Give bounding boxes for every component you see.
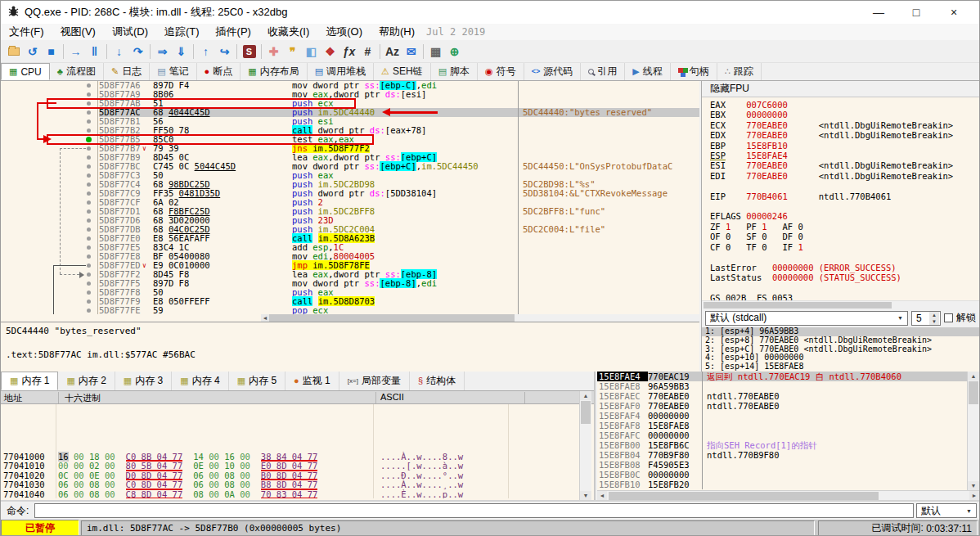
register-row[interactable] bbox=[710, 181, 979, 191]
row-dot[interactable] bbox=[87, 173, 91, 178]
tab-cpu[interactable]: ▦CPU bbox=[1, 63, 50, 80]
stack-row[interactable]: 15E8FB0C00000000 bbox=[597, 470, 968, 480]
stack-row[interactable]: 15E8FAE896A59BB3 bbox=[597, 381, 968, 391]
row-dot[interactable] bbox=[87, 245, 91, 250]
scroll-down-button[interactable]: ▼ bbox=[968, 481, 979, 490]
register-row[interactable]: ECX 770EABE0 <ntdll.DbgUiRemoteBreakin> bbox=[710, 120, 979, 130]
dump-row[interactable]: 7704101000 00 02 0080 5B 04 770E 00 10 0… bbox=[1, 462, 578, 471]
tab-call-stack[interactable]: ▤调用堆栈 bbox=[308, 63, 374, 80]
dump-row[interactable]: 7704104006 00 08 00C8 8D 04 7708 00 0A 0… bbox=[1, 490, 578, 499]
open-file-button[interactable] bbox=[4, 43, 23, 61]
step-into-button[interactable]: ↓ bbox=[110, 43, 128, 61]
notify-button[interactable]: ✉ bbox=[402, 43, 420, 61]
step-down-button[interactable]: ⇓ bbox=[172, 43, 191, 61]
row-dot[interactable] bbox=[87, 92, 91, 97]
register-row[interactable] bbox=[710, 282, 979, 292]
scrollbar-thumb[interactable] bbox=[704, 302, 892, 309]
registers-scrollbar[interactable] bbox=[702, 300, 979, 309]
row-dot[interactable] bbox=[87, 110, 91, 115]
tab-handles[interactable]: 句柄 bbox=[671, 63, 717, 80]
hash-button[interactable]: # bbox=[358, 43, 377, 61]
calculator-button[interactable]: ▦ bbox=[426, 43, 445, 61]
tab-log[interactable]: ✎日志 bbox=[104, 63, 150, 80]
disassembly-view[interactable]: 5D8F77A6897D F4mov dword ptr ss:[ebp-C],… bbox=[1, 81, 699, 314]
scroll-left-button[interactable]: ◄ bbox=[597, 491, 607, 500]
calling-convention-select[interactable]: 默认 (stdcall) ▼ bbox=[705, 311, 908, 326]
argument-row[interactable]: 2: [esp+8] 770EABE0 <ntdll.DbgUiRemoteBr… bbox=[702, 336, 979, 345]
argument-row[interactable]: 5: [esp+14] 15E8FAE8 bbox=[702, 363, 979, 372]
menu-文件F[interactable]: 文件(F) bbox=[1, 25, 52, 39]
tab-graph[interactable]: ♣流程图 bbox=[50, 63, 104, 80]
register-row[interactable]: EAX 007C6000 bbox=[710, 100, 979, 110]
globe-button[interactable]: ⊕ bbox=[445, 43, 464, 61]
tab-threads[interactable]: ▶线程 bbox=[625, 63, 670, 80]
row-dot[interactable] bbox=[87, 164, 91, 169]
spinner-buttons[interactable]: ▲▼ bbox=[929, 312, 939, 325]
tab-notes[interactable]: ▤笔记 bbox=[150, 63, 196, 80]
row-dot[interactable] bbox=[87, 254, 91, 259]
row-dot[interactable] bbox=[87, 83, 91, 88]
register-row[interactable]: EDI 770EABE0 <ntdll.DbgUiRemoteBreakin> bbox=[710, 171, 979, 181]
scroll-right-button[interactable]: ► bbox=[969, 491, 979, 500]
row-dot[interactable] bbox=[87, 191, 91, 196]
register-row[interactable] bbox=[710, 252, 979, 262]
close-button[interactable]: × bbox=[935, 2, 973, 23]
register-row[interactable]: LastError 00000000 (ERROR_SUCCESS) bbox=[710, 263, 979, 273]
register-row[interactable]: GS 002B FS 0053 bbox=[710, 293, 979, 300]
register-row[interactable] bbox=[710, 201, 979, 211]
stack-row[interactable]: 15E8FB04770B9F80ntdll.770B9F80 bbox=[597, 450, 968, 460]
disasm-row[interactable]: 5D8F77F9E8 050FFEFFcall im.5D8D8703 bbox=[99, 297, 699, 306]
menu-帮助H[interactable]: 帮助(H) bbox=[371, 25, 423, 39]
row-dot[interactable] bbox=[87, 128, 91, 133]
scrollbar-thumb[interactable] bbox=[969, 381, 978, 404]
tab-memory-map[interactable]: ▦内存布局 bbox=[241, 63, 307, 80]
bookmarks-button[interactable]: ❖ bbox=[321, 43, 339, 61]
tab-breakpoints[interactable]: ●断点 bbox=[197, 63, 241, 80]
stack-row[interactable]: 15E8FB0015E8FB6C指向SEH_Record[1]的指针 bbox=[597, 440, 968, 450]
run-button[interactable]: → bbox=[66, 43, 85, 61]
arguments-view[interactable]: 1: [esp+4] 96A59BB32: [esp+8] 770EABE0 <… bbox=[702, 327, 979, 372]
register-row[interactable]: EBP 15E8FB10 bbox=[710, 141, 979, 151]
row-dot[interactable] bbox=[87, 155, 91, 160]
step-out-button[interactable]: ↑ bbox=[196, 43, 215, 61]
row-dot[interactable] bbox=[87, 300, 91, 304]
tab-seh[interactable]: ⚠SEH链 bbox=[374, 63, 431, 80]
scrollbar-thumb[interactable] bbox=[269, 314, 515, 322]
menu-选项O[interactable]: 选项(O) bbox=[317, 25, 371, 39]
disasm-row[interactable]: 5D8F77F5897D F8mov dword ptr ss:[ebp-8],… bbox=[99, 279, 699, 288]
pause-button[interactable]: ‖ bbox=[85, 43, 104, 61]
stack-row[interactable]: 15E8FAFC00000000 bbox=[597, 430, 968, 440]
menu-插件P[interactable]: 插件(P) bbox=[208, 25, 259, 39]
title-bar[interactable]: QQ.exe - PID: 268C - 模块: im.dll - 线程: 25… bbox=[1, 1, 979, 24]
row-dot[interactable] bbox=[87, 146, 91, 151]
row-dot[interactable] bbox=[87, 218, 91, 223]
stack-row[interactable]: 15E8FB08F45905E3 bbox=[597, 460, 968, 470]
dump-row[interactable]: 7704103006 00 08 00C0 8D 04 7706 00 08 0… bbox=[1, 480, 578, 490]
tab-symbols[interactable]: ◉符号 bbox=[478, 63, 524, 80]
stack-row[interactable]: 15E8FAE4770EAC19返回到 ntdll.770EAC19 自 ntd… bbox=[597, 372, 968, 381]
registers-view[interactable]: EAX 007C6000EBX 00000000ECX 770EABE0 <nt… bbox=[702, 97, 979, 300]
scroll-up-button[interactable]: ▲ bbox=[968, 372, 979, 381]
run-to-user-code-button[interactable]: ↪ bbox=[215, 43, 234, 61]
dump-tab-memory[interactable]: ▦内存 4 bbox=[172, 372, 228, 390]
row-dot[interactable] bbox=[87, 182, 91, 187]
dump-tab-locals[interactable]: [x=]局部变量 bbox=[339, 372, 410, 390]
stack-view[interactable]: 15E8FAE4770EAC19返回到 ntdll.770EAC19 自 ntd… bbox=[597, 372, 968, 490]
dump-vertical-scrollbar[interactable]: ▲ ▼ bbox=[579, 391, 591, 500]
dump-tab-struct[interactable]: §结构体 bbox=[410, 372, 465, 390]
register-row[interactable]: ESP 15E8FAE4 bbox=[710, 151, 979, 160]
row-dot[interactable] bbox=[87, 282, 91, 286]
scroll-left-button[interactable]: ◄ bbox=[261, 314, 269, 322]
row-dot[interactable] bbox=[87, 291, 91, 295]
menu-追踪T[interactable]: 追踪(T) bbox=[156, 25, 208, 39]
command-input[interactable] bbox=[34, 503, 914, 518]
dump-tab-watch[interactable]: ●监视 1 bbox=[285, 372, 339, 390]
command-profile-select[interactable]: 默认 ▼ bbox=[916, 503, 977, 518]
register-row[interactable]: OF 0 SF 0 DF 0 bbox=[710, 232, 979, 241]
tab-trace[interactable]: ∴跟踪 bbox=[717, 63, 762, 80]
stack-row[interactable]: 15E8FAEC770EABE0ntdll.770EABE0 bbox=[597, 391, 968, 401]
row-dot[interactable] bbox=[87, 309, 91, 313]
menu-调试D[interactable]: 调试(D) bbox=[104, 25, 156, 39]
dump-tab-memory[interactable]: ▦内存 5 bbox=[229, 372, 285, 390]
disasm-row[interactable]: 5D8F77C9FF35 0481D35Dpush dword ptr ds:[… bbox=[99, 189, 699, 198]
